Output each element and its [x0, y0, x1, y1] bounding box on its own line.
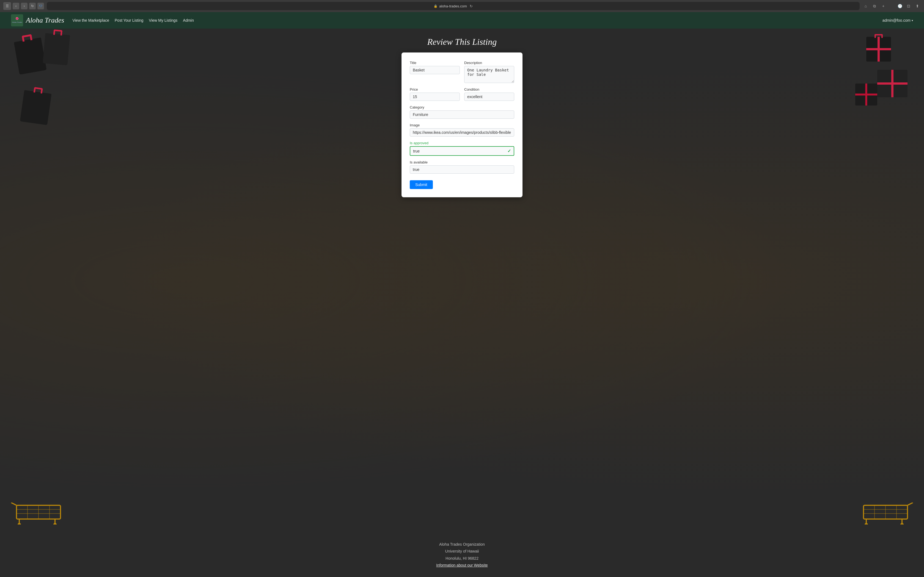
nav-post-listing[interactable]: Post Your Listing [115, 18, 143, 23]
form-group-category: Category [410, 105, 514, 119]
page-background: Review This Listing Title Description Pr… [0, 29, 924, 533]
nav-view-marketplace[interactable]: View the Marketplace [72, 18, 109, 23]
history-button[interactable]: 🕐 [897, 3, 903, 9]
description-label: Description [464, 61, 514, 65]
browser-chrome: ☰ ‹ › ↻ 🛡 🔒 aloha-trades.com ↻ ⌂ ⧉ + 🕐 ⊡… [0, 0, 924, 12]
browser-right-controls: ⌂ ⧉ + 🕐 ⊡ ⬆ [863, 3, 921, 9]
nav-admin[interactable]: Admin [183, 18, 194, 23]
condition-input[interactable] [464, 93, 514, 101]
shield-icon[interactable]: 🛡 [37, 3, 44, 9]
add-tab-button[interactable]: + [880, 3, 887, 9]
image-label: Image [410, 123, 514, 127]
is-approved-field[interactable]: true ✓ [410, 146, 514, 156]
footer: Aloha Trades Organization University of … [0, 533, 924, 577]
svg-point-4 [18, 523, 21, 524]
dropdown-caret-icon: ▾ [912, 19, 913, 22]
checkmark-icon: ✓ [507, 148, 511, 153]
page-title: Review This Listing [427, 37, 497, 47]
image-input[interactable] [410, 128, 514, 137]
svg-point-5 [53, 523, 57, 524]
category-label: Category [410, 105, 514, 110]
url-text: aloha-trades.com [439, 4, 467, 8]
reload-button[interactable]: ↻ [29, 3, 36, 9]
svg-point-15 [864, 523, 868, 524]
navbar: 🌺Aloha Trades Aloha Trades View the Mark… [0, 12, 924, 29]
brand-name: Aloha Trades [26, 16, 64, 24]
form-row-price-condition: Price Condition [410, 87, 514, 101]
title-label: Title [410, 61, 460, 65]
condition-label: Condition [464, 87, 514, 92]
downloads-button[interactable]: ⊡ [905, 3, 912, 9]
back-button[interactable]: ‹ [13, 3, 19, 9]
price-input[interactable] [410, 93, 460, 101]
form-group-is-approved: Is approved true ✓ [410, 141, 514, 156]
form-group-condition: Condition [464, 87, 514, 101]
gift-box-1 [866, 37, 891, 61]
share-button[interactable]: ⬆ [914, 3, 921, 9]
address-bar[interactable]: 🔒 aloha-trades.com ↻ [47, 2, 859, 10]
form-group-is-available: Is available [410, 160, 514, 174]
submit-button[interactable]: Submit [410, 180, 433, 189]
form-row-category: Category [410, 105, 514, 119]
gift-box-3 [855, 84, 877, 105]
user-menu[interactable]: admin@foo.com ▾ [882, 18, 913, 23]
sidebar-toggle[interactable]: ☰ [3, 2, 11, 10]
description-input[interactable] [464, 66, 514, 83]
svg-line-1 [11, 503, 16, 505]
is-approved-value: true [413, 149, 420, 153]
brand-logo: 🌺Aloha Trades [11, 14, 23, 26]
cart-left [11, 503, 66, 524]
form-row-is-approved: Is approved true ✓ [410, 141, 514, 156]
home-button[interactable]: ⌂ [863, 3, 869, 9]
title-input[interactable] [410, 66, 460, 74]
bag-decor-3 [20, 90, 52, 125]
reload-icon: ↻ [470, 4, 473, 8]
footer-location: Honolulu, HI 96822 [5, 555, 919, 562]
bag-decor-2 [43, 33, 70, 65]
is-available-label: Is available [410, 160, 514, 164]
form-row-title-description: Title Description [410, 61, 514, 83]
form-group-description: Description [464, 61, 514, 83]
navbar-links: View the Marketplace Post Your Listing V… [72, 18, 874, 23]
footer-university: University of Hawaii [5, 548, 919, 555]
is-approved-label: Is approved [410, 141, 514, 145]
gift-box-2 [877, 70, 908, 97]
is-available-input[interactable] [410, 165, 514, 174]
form-row-is-available: Is available [410, 160, 514, 174]
category-input[interactable] [410, 110, 514, 119]
footer-org: Aloha Trades Organization [5, 541, 919, 548]
tabs-button[interactable]: ⧉ [871, 3, 878, 9]
form-group-price: Price [410, 87, 460, 101]
form-group-title: Title [410, 61, 460, 83]
nav-view-my-listings[interactable]: View My Listings [149, 18, 178, 23]
price-label: Price [410, 87, 460, 92]
form-group-image: Image [410, 123, 514, 137]
bag-decor-1 [14, 37, 47, 75]
browser-controls: ☰ ‹ › ↻ 🛡 [3, 2, 44, 10]
cart-right [858, 503, 913, 524]
footer-info-link[interactable]: Information about our Website [436, 563, 488, 567]
svg-line-12 [908, 503, 913, 505]
brand-logo-link[interactable]: 🌺Aloha Trades Aloha Trades [11, 14, 64, 26]
user-email: admin@foo.com [882, 18, 911, 23]
svg-rect-0 [16, 505, 60, 519]
listing-form-card: Title Description Price Condition Catego… [402, 53, 522, 197]
svg-point-16 [900, 523, 904, 524]
forward-button[interactable]: › [21, 3, 27, 9]
form-row-image: Image [410, 123, 514, 137]
lock-icon: 🔒 [434, 5, 438, 8]
svg-rect-11 [864, 505, 908, 519]
